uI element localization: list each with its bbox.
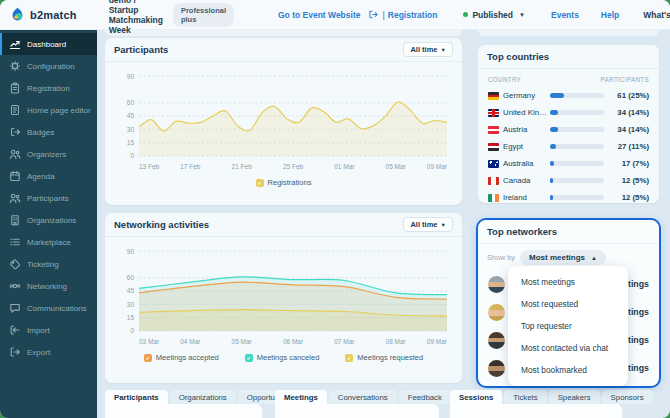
- svg-text:15: 15: [127, 139, 135, 146]
- svg-text:60: 60: [127, 274, 135, 281]
- sidebar-item-ticketing[interactable]: Ticketing: [0, 253, 97, 275]
- sidebar-item-participants[interactable]: Participants: [0, 187, 97, 209]
- sidebar-item-home-page-editor[interactable]: Home page editor: [0, 99, 97, 121]
- calendar-icon: [9, 170, 21, 182]
- sidebar-item-label: Import: [27, 326, 50, 335]
- legend-label: Meetings accepted: [156, 353, 219, 362]
- menu-option-most-contacted-via-chat[interactable]: Most contacted via chat: [508, 337, 628, 359]
- legend-item-meetings-canceled[interactable]: ✓Meetings canceled: [245, 353, 320, 362]
- country-bar-track: [550, 144, 604, 149]
- country-row-ireland: Ireland12 (5%): [488, 189, 649, 206]
- sidebar-item-import[interactable]: Import: [0, 319, 97, 341]
- tab-sponsors[interactable]: Sponsors: [602, 390, 653, 404]
- tab-sessions[interactable]: Sessions: [450, 390, 502, 404]
- svg-text:0: 0: [130, 152, 134, 159]
- gear-icon: [9, 60, 21, 72]
- country-row-germany: Germany61 (25%): [488, 87, 649, 104]
- published-status-dot: [463, 12, 468, 17]
- country-row-austria: Austria34 (14%): [488, 121, 649, 138]
- menu-option-most-requested[interactable]: Most requested: [508, 293, 628, 315]
- networking-chart: 0153045609003 Mar04 Mar05 Mar06 Mar07 Ma…: [113, 239, 454, 351]
- sidebar-item-label: Export: [27, 348, 50, 357]
- tab-tickets[interactable]: Tickets: [504, 390, 546, 404]
- events-link[interactable]: Events: [551, 10, 579, 20]
- sidebar-item-label: Organizers: [27, 150, 66, 159]
- participants-card-title: Participants: [114, 44, 168, 55]
- sidebar-item-registration[interactable]: Registration: [0, 77, 97, 99]
- ie-flag-icon: [488, 194, 499, 202]
- b2match-logo[interactable]: b2match: [10, 7, 77, 22]
- sidebar-item-label: Organizations: [27, 216, 76, 225]
- svg-text:08 Mar: 08 Mar: [386, 338, 407, 345]
- chat-icon: [9, 302, 21, 314]
- top-networkers-title: Top networkers: [487, 226, 557, 237]
- sidebar-item-label: Communications: [27, 304, 87, 313]
- networking-time-filter[interactable]: All time ▼: [403, 217, 453, 232]
- sidebar-item-label: Badges: [27, 128, 54, 137]
- sidebar-item-configuration[interactable]: Configuration: [0, 55, 97, 77]
- country-participants-value: 61 (25%): [607, 91, 649, 100]
- svg-text:30: 30: [127, 126, 135, 133]
- sidebar-item-networking[interactable]: Networking: [0, 275, 97, 297]
- publish-status-label: Published: [472, 10, 513, 20]
- badge-icon: [9, 126, 21, 138]
- sidebar-item-agenda[interactable]: Agenda: [0, 165, 97, 187]
- sidebar-item-label: Configuration: [27, 62, 75, 71]
- registration-link[interactable]: Registration: [388, 10, 438, 20]
- country-row-egypt: Egypt27 (11%): [488, 138, 649, 155]
- top-countries-card: Top countries COUNTRY PARTICIPANTS Germa…: [478, 45, 659, 203]
- breadcrumb[interactable]: demo / Startup Matchmaking Week: [109, 0, 163, 35]
- sidebar-item-marketplace[interactable]: Marketplace: [0, 231, 97, 253]
- go-to-event-website-link[interactable]: Go to Event Website: [278, 10, 361, 20]
- sidebar-item-organizations[interactable]: Organizations: [0, 209, 97, 231]
- menu-option-most-meetings[interactable]: Most meetings: [508, 271, 628, 293]
- networker-avatar: [488, 304, 505, 321]
- whats-new-button[interactable]: What's new: [643, 10, 670, 20]
- people-icon: [9, 148, 21, 160]
- tab-meetings[interactable]: Meetings: [275, 390, 327, 404]
- tab-participants[interactable]: Participants: [105, 390, 168, 404]
- svg-text:09 Mar: 09 Mar: [427, 338, 448, 345]
- import-icon: [9, 324, 21, 336]
- svg-text:0: 0: [130, 327, 134, 334]
- networking-chart-legend: ✓Meetings accepted✓Meetings canceled✓Mee…: [105, 353, 462, 362]
- country-name: United Kingdom: [503, 108, 547, 117]
- help-link[interactable]: Help: [601, 10, 619, 20]
- show-by-label: Show by: [487, 253, 515, 262]
- sidebar-item-label: Registration: [27, 84, 70, 93]
- sidebar-item-label: Marketplace: [27, 238, 71, 247]
- tab-conversations[interactable]: Conversations: [329, 390, 397, 404]
- sidebar-item-export[interactable]: Export: [0, 341, 97, 363]
- network-icon: [9, 280, 21, 292]
- app-window: b2match demo / Startup Matchmaking Week …: [0, 0, 670, 418]
- sidebar-item-badges[interactable]: Badges: [0, 121, 97, 143]
- top-bar: b2match demo / Startup Matchmaking Week …: [0, 0, 670, 30]
- legend-item-meetings-requested[interactable]: ✓Meetings requested: [345, 353, 423, 362]
- legend-item-registrations[interactable]: ✓Registrations: [256, 178, 312, 187]
- tab-organizations[interactable]: Organizations: [170, 390, 236, 404]
- tab-feedback[interactable]: Feedback: [399, 390, 451, 404]
- gb-flag-icon: [488, 109, 499, 117]
- sidebar-item-organizers[interactable]: Organizers: [0, 143, 97, 165]
- sidebar-item-dashboard[interactable]: Dashboard: [0, 33, 97, 55]
- country-bar-fill: [550, 161, 554, 166]
- chevron-down-icon: ▼: [441, 47, 446, 53]
- publish-status-dropdown[interactable]: Published ▼: [463, 10, 525, 20]
- networker-avatar: [488, 332, 505, 349]
- column-header-country: COUNTRY: [488, 76, 521, 83]
- country-row-australia: Australia17 (7%): [488, 155, 649, 172]
- participants-time-filter[interactable]: All time ▼: [403, 42, 453, 57]
- menu-option-most-bookmarked[interactable]: Most bookmarked: [508, 359, 628, 381]
- sidebar-item-communications[interactable]: Communications: [0, 297, 97, 319]
- show-by-dropdown-button[interactable]: Most meetings ▲: [520, 250, 606, 265]
- networking-chart-card: Networking activities All time ▼ 0153045…: [105, 213, 462, 383]
- tab-speakers[interactable]: Speakers: [549, 390, 600, 404]
- menu-option-top-requester[interactable]: Top requester: [508, 315, 628, 337]
- svg-text:45: 45: [127, 287, 135, 294]
- svg-text:06 Mar: 06 Mar: [283, 338, 304, 345]
- ca-flag-icon: [488, 177, 499, 185]
- svg-text:01 Mar: 01 Mar: [334, 163, 355, 170]
- legend-item-meetings-accepted[interactable]: ✓Meetings accepted: [144, 353, 219, 362]
- whats-new-label: What's new: [643, 10, 670, 20]
- country-name: Egypt: [503, 142, 547, 151]
